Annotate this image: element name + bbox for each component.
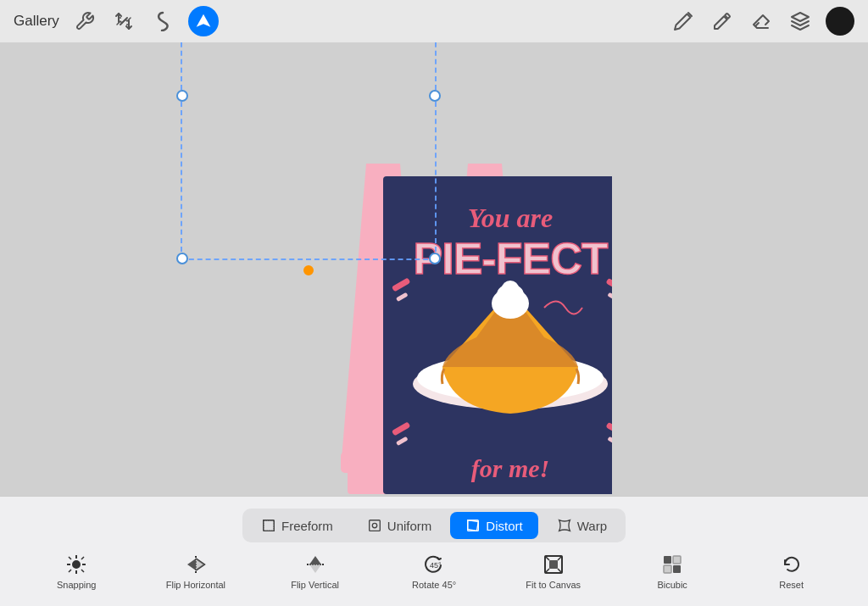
svg-rect-42 (673, 565, 681, 573)
pen-icon[interactable] (670, 8, 697, 35)
rotate45-button[interactable]: 45° Rotate 45° (404, 553, 464, 590)
svg-text:You are: You are (468, 203, 553, 233)
svg-rect-39 (664, 556, 671, 564)
svg-rect-32 (370, 520, 381, 531)
layers-icon[interactable] (149, 8, 176, 35)
rotate45-label: Rotate 45° (412, 580, 456, 590)
fit-canvas-label: Fit to Canvas (526, 580, 581, 590)
artwork-svg: You are PIE-FECT PIE-FECT (256, 45, 612, 494)
action-bar: Snapping Flip Horizontal Flip Vertical (0, 553, 868, 590)
bicubic-button[interactable]: Bicubic (643, 553, 702, 590)
brush-icon[interactable] (709, 8, 736, 35)
svg-rect-40 (673, 556, 681, 564)
reset-button[interactable]: Reset (762, 553, 821, 590)
wrench-icon[interactable] (71, 8, 98, 35)
top-bar-left: Gallery (14, 6, 219, 36)
artwork-container: You are PIE-FECT PIE-FECT (256, 45, 612, 494)
flip-horizontal-button[interactable]: Flip Horizontal (166, 553, 225, 590)
layers2-icon[interactable] (787, 8, 814, 35)
bicubic-label: Bicubic (657, 580, 687, 590)
tab-uniform[interactable]: Uniform (352, 512, 448, 539)
svg-rect-41 (664, 565, 671, 573)
svg-text:45°: 45° (430, 561, 442, 570)
snapping-button[interactable]: Snapping (47, 553, 106, 590)
svg-point-25 (502, 281, 519, 296)
svg-marker-5 (197, 14, 211, 27)
flip-horizontal-label: Flip Horizontal (166, 580, 225, 590)
flip-vertical-button[interactable]: Flip Vertical (286, 553, 345, 590)
reset-label: Reset (779, 580, 804, 590)
svg-point-35 (73, 561, 80, 568)
transform-tabs: Freeform Uniform Distort Warp (242, 509, 626, 542)
tab-distort[interactable]: Distort (450, 512, 537, 539)
tab-freeform[interactable]: Freeform (246, 512, 348, 539)
svg-point-33 (372, 523, 376, 527)
bottom-toolbar: Freeform Uniform Distort Warp (0, 496, 868, 606)
navigation-button[interactable] (188, 6, 219, 36)
snapping-label: Snapping (57, 580, 97, 590)
svg-rect-38 (549, 560, 558, 569)
handle-mid-left[interactable] (176, 90, 188, 102)
svg-text:for me!: for me! (471, 454, 550, 482)
gallery-label[interactable]: Gallery (14, 13, 59, 30)
magic-icon[interactable] (110, 8, 137, 35)
canvas-area[interactable]: You are PIE-FECT PIE-FECT (0, 42, 868, 496)
color-picker[interactable] (826, 7, 854, 36)
handle-corner-bl[interactable] (176, 253, 188, 264)
fit-canvas-button[interactable]: Fit to Canvas (524, 553, 583, 590)
top-bar-right (670, 7, 854, 36)
top-bar: Gallery (0, 0, 868, 42)
svg-rect-31 (264, 520, 275, 531)
tab-warp[interactable]: Warp (542, 512, 622, 539)
svg-marker-7 (792, 13, 809, 21)
eraser-icon[interactable] (748, 8, 775, 35)
svg-text:PIE-FECT: PIE-FECT (414, 234, 609, 283)
flip-vertical-label: Flip Vertical (291, 580, 339, 590)
